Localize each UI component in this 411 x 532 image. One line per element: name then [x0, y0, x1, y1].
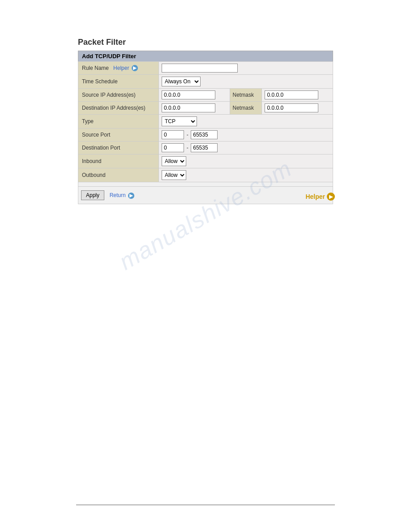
source-port-label: Source Port — [78, 129, 159, 142]
table-row: Source IP Address(es) Netmask — [78, 89, 333, 102]
footer-cell: Apply Return ▶ — [78, 187, 333, 204]
outbound-select[interactable]: Allow Deny — [162, 170, 186, 180]
dest-port-to-input[interactable] — [191, 143, 218, 152]
helper-bottom-label: Helper — [305, 193, 325, 200]
inbound-value-cell: Allow Deny — [159, 154, 333, 168]
source-ip-label: Source IP Address(es) — [78, 89, 159, 102]
dest-port-value-cell: - — [159, 142, 333, 154]
outbound-label: Outbound — [78, 168, 159, 182]
time-schedule-label: Time Schedule — [78, 75, 159, 89]
page-wrapper: Packet Filter Add TCP/UDP Filter Rule Na… — [0, 0, 411, 532]
helper-bottom[interactable]: Helper ▶ — [305, 193, 335, 201]
source-port-dash: - — [187, 132, 188, 138]
dest-netmask-value-cell — [262, 102, 333, 115]
inbound-label: Inbound — [78, 154, 159, 168]
source-port-to-input[interactable] — [191, 130, 218, 139]
helper-link-rule[interactable]: Helper ▶ — [113, 65, 138, 71]
source-netmask-value-cell — [262, 89, 333, 102]
dest-netmask-label: Netmask — [230, 102, 262, 115]
table-row: Source Port - — [78, 129, 333, 142]
inbound-select[interactable]: Allow Deny — [162, 156, 186, 166]
rule-name-label: Rule Name Helper ▶ — [78, 62, 159, 75]
helper-arrow-icon: ▶ — [132, 65, 138, 71]
outbound-value-cell: Allow Deny — [159, 168, 333, 182]
section-header: Add TCP/UDP Filter — [78, 51, 333, 62]
time-schedule-value-cell: Always On Schedule 1 Schedule 2 — [159, 75, 333, 89]
spacer-row — [78, 182, 333, 187]
return-arrow-icon: ▶ — [128, 193, 134, 199]
source-port-from-input[interactable] — [162, 130, 184, 139]
time-schedule-select[interactable]: Always On Schedule 1 Schedule 2 — [162, 77, 201, 86]
source-netmask-input[interactable] — [265, 90, 318, 99]
table-row: Outbound Allow Deny — [78, 168, 333, 182]
page-title: Packet Filter — [78, 36, 333, 49]
apply-button[interactable]: Apply — [81, 190, 104, 200]
main-container: Packet Filter Add TCP/UDP Filter Rule Na… — [78, 36, 333, 204]
table-row: Destination Port - — [78, 142, 333, 154]
form-table: Add TCP/UDP Filter Rule Name Helper ▶ — [78, 51, 333, 204]
rule-name-input[interactable] — [162, 64, 238, 73]
table-row: Type TCP UDP TCP/UDP — [78, 115, 333, 129]
type-label: Type — [78, 115, 159, 129]
table-row: Rule Name Helper ▶ — [78, 62, 333, 75]
action-row: Apply Return ▶ — [78, 187, 333, 204]
dest-ip-label: Destination IP Address(es) — [78, 102, 159, 115]
rule-name-value-cell — [159, 62, 333, 75]
dest-ip-value-cell — [159, 102, 230, 115]
table-row: Time Schedule Always On Schedule 1 Sched… — [78, 75, 333, 89]
type-value-cell: TCP UDP TCP/UDP — [159, 115, 333, 129]
source-ip-value-cell — [159, 89, 230, 102]
dest-ip-input[interactable] — [162, 103, 215, 112]
source-netmask-label: Netmask — [230, 89, 262, 102]
return-link[interactable]: Return ▶ — [110, 192, 134, 198]
type-select[interactable]: TCP UDP TCP/UDP — [162, 116, 197, 126]
bottom-line — [76, 505, 335, 505]
dest-netmask-input[interactable] — [265, 103, 318, 112]
dest-port-from-input[interactable] — [162, 143, 184, 152]
dest-port-dash: - — [187, 145, 188, 151]
source-ip-input[interactable] — [162, 90, 215, 99]
dest-port-label: Destination Port — [78, 142, 159, 154]
table-row: Destination IP Address(es) Netmask — [78, 102, 333, 115]
source-port-value-cell: - — [159, 129, 333, 142]
table-row: Inbound Allow Deny — [78, 154, 333, 168]
helper-bottom-arrow-icon: ▶ — [327, 193, 335, 201]
